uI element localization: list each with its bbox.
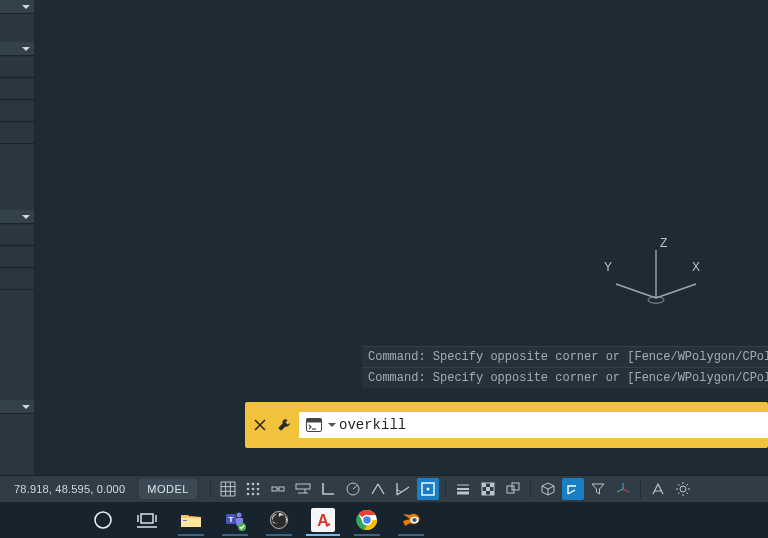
task-view-button[interactable]: [128, 504, 166, 536]
command-history-line: Command: Specify opposite corner or [Fen…: [362, 367, 768, 388]
infer-constraints-toggle[interactable]: [267, 478, 289, 500]
gizmo-icon: [615, 481, 631, 497]
selection-cycling-icon: [505, 481, 521, 497]
osnap-tracking-toggle[interactable]: [392, 478, 414, 500]
dynamic-input-toggle[interactable]: [292, 478, 314, 500]
grid-icon: [220, 481, 236, 497]
snap-icon: [245, 481, 261, 497]
palette-row[interactable]: [0, 78, 34, 100]
command-input-container: [299, 412, 768, 438]
snap-toggle[interactable]: [242, 478, 264, 500]
chevron-down-icon: [22, 45, 30, 53]
command-history: Command: Specify opposite corner or [Fen…: [362, 346, 768, 388]
constraint-icon: [270, 481, 286, 497]
transparency-icon: [480, 481, 496, 497]
model-space-button[interactable]: MODEL: [139, 479, 197, 499]
autocad-taskbar-button[interactable]: A: [304, 504, 342, 536]
lineweight-toggle[interactable]: [452, 478, 474, 500]
palette-header-1[interactable]: [0, 0, 34, 14]
close-icon: [254, 419, 266, 431]
customize-command-line-button[interactable]: [275, 416, 293, 434]
ucs-widget[interactable]: X Y Z: [592, 242, 702, 312]
windows-taskbar: T A: [0, 502, 768, 538]
svg-rect-33: [482, 491, 486, 495]
status-bar: 78.918, 48.595, 0.000 MODEL: [0, 475, 768, 502]
chrome-taskbar-button[interactable]: [348, 504, 386, 536]
palette-row[interactable]: [0, 100, 34, 122]
svg-rect-42: [141, 514, 153, 523]
svg-rect-5: [307, 419, 322, 423]
svg-line-39: [617, 489, 623, 492]
osnap-toggle[interactable]: [417, 478, 439, 500]
chevron-down-icon: [22, 403, 30, 411]
svg-rect-47: [183, 520, 187, 521]
polar-tracking-toggle[interactable]: [342, 478, 364, 500]
isodraft-icon: [370, 481, 386, 497]
teams-icon: T: [224, 509, 246, 531]
palette-row[interactable]: [0, 246, 34, 268]
obs-icon: [268, 509, 290, 531]
command-input[interactable]: [337, 412, 768, 438]
svg-point-25: [426, 488, 429, 491]
dynamic-ucs-icon: [565, 481, 581, 497]
svg-line-38: [623, 489, 629, 492]
svg-point-7: [247, 483, 250, 486]
command-line-highlight: [245, 402, 768, 448]
svg-line-0: [656, 284, 696, 298]
svg-point-15: [257, 493, 260, 496]
ucs-y-label: Y: [604, 260, 612, 274]
palette-header-2[interactable]: [0, 42, 34, 56]
svg-rect-31: [490, 483, 494, 487]
workspace-switching-button[interactable]: [672, 478, 694, 500]
filter-icon: [590, 481, 606, 497]
gizmo-toggle[interactable]: [612, 478, 634, 500]
cortana-button[interactable]: [84, 504, 122, 536]
status-bar-toggles: [207, 478, 694, 500]
grid-toggle[interactable]: [217, 478, 239, 500]
transparency-toggle[interactable]: [477, 478, 499, 500]
ucs-axes-icon: [592, 242, 702, 312]
svg-point-10: [247, 488, 250, 491]
folder-icon: [180, 511, 202, 529]
gear-icon: [675, 481, 691, 497]
palette-row[interactable]: [0, 224, 34, 246]
svg-point-50: [237, 513, 242, 518]
palette-row[interactable]: [0, 122, 34, 144]
svg-point-8: [252, 483, 255, 486]
annotation-visibility-toggle[interactable]: [647, 478, 669, 500]
palette-header-3[interactable]: [0, 210, 34, 224]
obs-taskbar-button[interactable]: [260, 504, 298, 536]
ortho-toggle[interactable]: [317, 478, 339, 500]
svg-rect-46: [181, 518, 201, 527]
ortho-icon: [320, 481, 336, 497]
svg-rect-16: [272, 487, 277, 491]
autocad-window: X Y Z Command: Specify opposite corner o…: [0, 0, 768, 538]
3d-osnap-toggle[interactable]: [537, 478, 559, 500]
chevron-down-icon: [22, 3, 30, 11]
blender-taskbar-button[interactable]: [392, 504, 430, 536]
selection-cycling-toggle[interactable]: [502, 478, 524, 500]
svg-rect-32: [486, 487, 490, 491]
close-command-line-button[interactable]: [251, 416, 269, 434]
palette-row[interactable]: [0, 56, 34, 78]
svg-point-12: [257, 488, 260, 491]
isometric-drafting-toggle[interactable]: [367, 478, 389, 500]
wrench-icon: [277, 418, 291, 432]
command-history-line: Command: Specify opposite corner or [Fen…: [362, 346, 768, 367]
command-recent-dropdown[interactable]: [327, 421, 337, 429]
lineweight-icon: [455, 481, 471, 497]
dynamic-ucs-toggle[interactable]: [562, 478, 584, 500]
palette-rows: [0, 56, 34, 144]
left-palette: [0, 0, 34, 475]
palette-row[interactable]: [0, 268, 34, 290]
angle-icon: [395, 481, 411, 497]
chevron-down-icon: [22, 213, 30, 221]
selection-filtering-toggle[interactable]: [587, 478, 609, 500]
palette-header-4[interactable]: [0, 400, 34, 414]
file-explorer-taskbar-button[interactable]: [172, 504, 210, 536]
svg-point-14: [252, 493, 255, 496]
svg-point-9: [257, 483, 260, 486]
svg-point-58: [364, 517, 371, 524]
teams-taskbar-button[interactable]: T: [216, 504, 254, 536]
svg-point-41: [95, 512, 111, 528]
